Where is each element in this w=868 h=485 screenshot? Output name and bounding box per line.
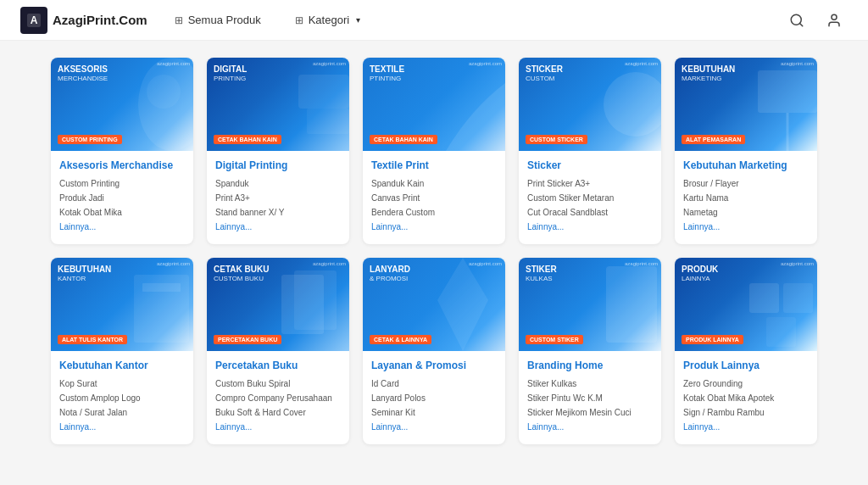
product-more-link[interactable]: Lainnya...: [683, 220, 809, 234]
svg-point-4: [832, 14, 837, 20]
product-item: Compro Company Perusahaan: [215, 391, 341, 405]
product-card-title: Kebutuhan Marketing: [683, 159, 809, 171]
product-more-link[interactable]: Lainnya...: [215, 420, 341, 434]
main-content: AKSESORIS MERCHANDISE CUSTOM PRINTING az…: [0, 41, 868, 485]
product-card-branding[interactable]: STIKER KULKAS CUSTOM STIKER azagiprint.c…: [519, 258, 661, 444]
product-card-marketing[interactable]: KEBUTUHAN MARKETING ALAT PEMASARAN azagi…: [675, 58, 817, 244]
product-image-title-main: TEXTILE: [370, 64, 404, 75]
nav-all-products[interactable]: ⊞ Semua Produk: [168, 10, 268, 30]
product-card-image: CETAK BUKU CUSTOM BUKU PERCETAKAN BUKU a…: [207, 258, 349, 351]
product-card-items: Kop SuratCustom Amplop LogoNota / Surat …: [59, 376, 185, 434]
product-card-items: Brosur / FlayerKartu NamaNametag Lainnya…: [683, 176, 809, 234]
product-image-title-sub: & PROMOSI: [370, 275, 410, 283]
product-item: Canvas Print: [371, 191, 497, 205]
product-card-image: TEXTILE PTINTING CETAK BAHAN KAIN azagip…: [363, 58, 505, 151]
product-more-link[interactable]: Lainnya...: [371, 220, 497, 234]
svg-rect-16: [606, 266, 657, 343]
product-item: Sticker Mejikom Mesin Cuci: [527, 405, 653, 420]
product-image-label: AKSESORIS MERCHANDISE: [58, 64, 108, 83]
product-item: Spanduk Kain: [371, 176, 497, 191]
nav-category-label: Kategori: [309, 14, 349, 26]
product-item: Brosur / Flayer: [683, 176, 809, 191]
nav-category[interactable]: ⊞ Kategori ▾: [288, 10, 367, 30]
product-card-title: Aksesoris Merchandise: [59, 159, 185, 171]
watermark: azagiprint.com: [469, 61, 502, 66]
product-item: Stiker Pintu Wc K.M: [527, 391, 653, 405]
nav-all-products-label: Semua Produk: [188, 14, 261, 26]
products-grid: AKSESORIS MERCHANDISE CUSTOM PRINTING az…: [51, 58, 817, 444]
product-card-body: Sticker Print Sticker A3+Custom Stiker M…: [519, 151, 661, 244]
product-card-body: Branding Home Stiker KulkasStiker Pintu …: [519, 351, 661, 444]
product-card-promosi[interactable]: LANYARD & PROMOSI CETAK & LAINNYA azagip…: [363, 258, 505, 444]
product-item: Print A3+: [215, 191, 341, 205]
product-card-title: Produk Lainnya: [683, 360, 809, 371]
product-more-link[interactable]: Lainnya...: [527, 420, 653, 434]
product-more-link[interactable]: Lainnya...: [59, 420, 185, 434]
chevron-down-icon: ▾: [356, 15, 360, 25]
product-item: Sign / Rambu Rambu: [683, 405, 809, 420]
svg-rect-13: [142, 283, 181, 292]
product-image-title-sub: KULKAS: [526, 275, 557, 283]
product-card-items: Print Sticker A3+Custom Stiker MetaranCu…: [527, 176, 653, 234]
product-card-sticker[interactable]: STICKER CUSTOM CUSTOM STICKER azagiprint…: [519, 58, 661, 244]
product-card-kantor[interactable]: KEBUTUHAN KANTOR ALAT TULIS KANTOR azagi…: [51, 258, 193, 444]
product-badge: ALAT PEMASARAN: [682, 135, 745, 144]
product-image-label: CETAK BUKU CUSTOM BUKU: [214, 265, 269, 283]
product-image-label: PRODUK LAINNYA: [682, 265, 718, 283]
search-button[interactable]: [783, 7, 810, 34]
product-image-label: TEXTILE PTINTING: [370, 64, 404, 83]
svg-rect-7: [298, 75, 349, 109]
product-image-title-sub: PRINTING: [214, 75, 247, 83]
logo[interactable]: A AzagiPrint.Com: [20, 7, 147, 34]
product-card-textile[interactable]: TEXTILE PTINTING CETAK BAHAN KAIN azagip…: [363, 58, 505, 244]
product-card-body: Digital Printing SpandukPrint A3+Stand b…: [207, 151, 349, 244]
product-item: Kotak Obat Mika Apotek: [683, 391, 809, 405]
account-icon: [826, 13, 842, 28]
product-item: Kotak Obat Mika: [59, 205, 185, 220]
svg-rect-10: [758, 70, 817, 113]
product-card-items: Custom PrintingProduk JadiKotak Obat Mik…: [59, 176, 185, 234]
product-more-link[interactable]: Lainnya...: [683, 420, 809, 434]
product-item: Cut Oracal Sandblast: [527, 205, 653, 220]
product-item: Seminar Kit: [371, 405, 497, 420]
product-card-digital[interactable]: DIGITAL PRINTING CETAK BAHAN KAIN azagip…: [207, 58, 349, 244]
svg-rect-8: [307, 109, 349, 134]
product-item: Id Card: [371, 376, 497, 391]
product-card-lainnya[interactable]: PRODUK LAINNYA PRODUK LAINNYA azagiprint…: [675, 258, 817, 444]
watermark: azagiprint.com: [157, 61, 190, 66]
product-card-buku[interactable]: CETAK BUKU CUSTOM BUKU PERCETAKAN BUKU a…: [207, 258, 349, 444]
account-button[interactable]: [821, 7, 848, 34]
watermark: azagiprint.com: [469, 261, 502, 266]
product-item: Zero Grounding: [683, 376, 809, 391]
product-badge: CETAK BAHAN KAIN: [214, 135, 281, 144]
category-icon: ⊞: [295, 14, 303, 26]
product-card-body: Aksesoris Merchandise Custom PrintingPro…: [51, 151, 193, 244]
product-image-label: KEBUTUHAN KANTOR: [58, 265, 111, 283]
product-badge: CETAK BAHAN KAIN: [370, 135, 437, 144]
header: A AzagiPrint.Com ⊞ Semua Produk ⊞ Katego…: [0, 0, 868, 41]
product-card-image: KEBUTUHAN KANTOR ALAT TULIS KANTOR azagi…: [51, 258, 193, 351]
product-more-link[interactable]: Lainnya...: [371, 420, 497, 434]
product-item: Kartu Nama: [683, 191, 809, 205]
product-image-title-sub: LAINNYA: [682, 275, 718, 283]
svg-rect-15: [294, 270, 337, 330]
product-card-body: Textile Print Spanduk KainCanvas PrintBe…: [363, 151, 505, 244]
product-image-title-sub: MERCHANDISE: [58, 75, 108, 83]
product-image-title-sub: CUSTOM: [526, 75, 563, 83]
product-card-items: SpandukPrint A3+Stand banner X/ Y Lainny…: [215, 176, 341, 234]
product-badge: CUSTOM STIKER: [526, 335, 583, 344]
product-image-label: LANYARD & PROMOSI: [370, 265, 410, 283]
product-more-link[interactable]: Lainnya...: [59, 220, 185, 234]
product-image-title-sub: CUSTOM BUKU: [214, 275, 269, 283]
watermark: azagiprint.com: [781, 61, 814, 66]
product-badge: CUSTOM PRINTING: [58, 135, 122, 144]
product-card-aksesoris[interactable]: AKSESORIS MERCHANDISE CUSTOM PRINTING az…: [51, 58, 193, 244]
product-badge: PRODUK LAINNYA: [682, 335, 743, 344]
product-image-title-main: AKSESORIS: [58, 64, 108, 75]
product-card-title: Branding Home: [527, 360, 653, 371]
product-more-link[interactable]: Lainnya...: [215, 220, 341, 234]
product-image-title-main: KEBUTUHAN: [58, 265, 111, 275]
product-more-link[interactable]: Lainnya...: [527, 220, 653, 234]
product-item: Bendera Custom: [371, 205, 497, 220]
product-card-image: STIKER KULKAS CUSTOM STIKER azagiprint.c…: [519, 258, 661, 351]
